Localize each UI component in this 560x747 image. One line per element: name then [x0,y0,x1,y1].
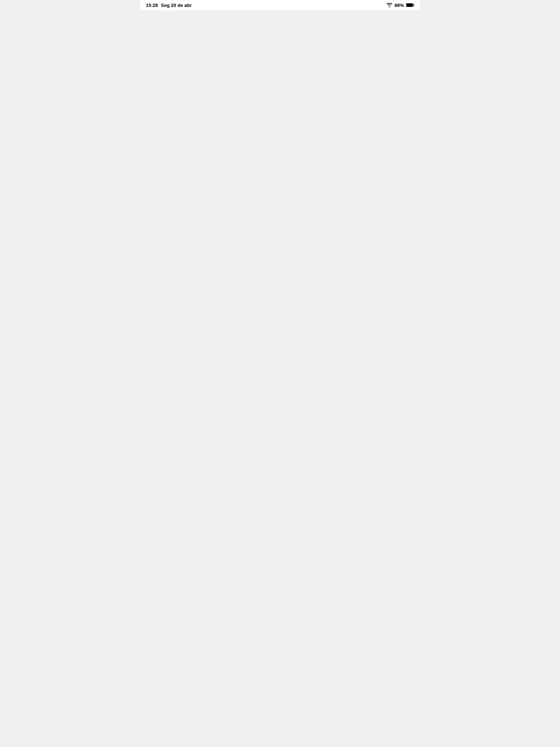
battery-percentage: 88% [394,3,404,8]
svg-rect-1 [407,4,413,6]
status-left: 15:28 Seg 20 de abr [146,3,192,8]
status-right: 88% [386,3,414,8]
battery-icon [406,3,414,7]
status-date: Seg 20 de abr [161,3,192,8]
status-bar: 15:28 Seg 20 de abr 88% [140,0,420,10]
wifi-icon [386,3,392,7]
svg-rect-2 [413,4,414,6]
status-time: 15:28 [146,3,158,8]
